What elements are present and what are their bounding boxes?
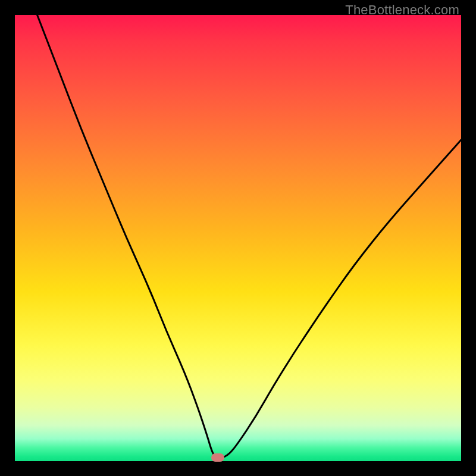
watermark-text: TheBottleneck.com — [345, 2, 459, 18]
chart-frame: TheBottleneck.com — [0, 0, 476, 476]
bottleneck-curve — [15, 15, 461, 461]
optimum-marker — [211, 453, 224, 462]
plot-area — [15, 15, 461, 461]
